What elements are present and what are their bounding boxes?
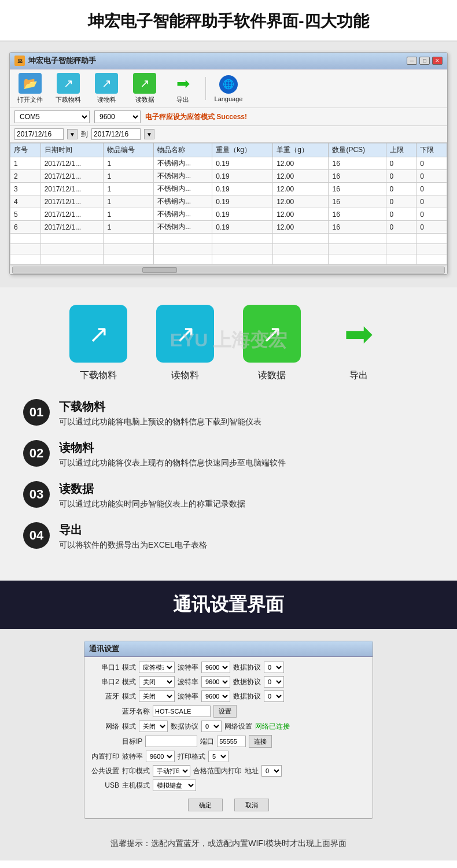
table-cell: 16 [329,221,386,234]
desc-item-4: 04 导出 可以将软件的数据导出为EXCEL电子表格 [23,522,434,551]
serial2-protocol-select[interactable]: 0 [264,676,284,688]
desc-num-2: 02 [23,440,50,467]
open-file-button[interactable]: 📂 打开文件 [14,73,46,104]
open-file-label: 打开文件 [17,95,43,104]
serial2-baud-select[interactable]: 9600 [201,676,230,688]
ok-button[interactable]: 确定 [188,799,223,811]
language-label: Language [215,95,243,102]
port-input[interactable] [217,736,246,747]
address-select[interactable]: 0 [261,765,282,777]
bluetooth-protocol-select[interactable]: 0 [264,690,284,702]
address-label: 地址 [245,766,259,776]
serial2-mode-select[interactable]: 关闭 [139,676,175,688]
table-row: 62017/12/1...1不锈钢内...0.1912.001600 [10,221,447,234]
table-cell-empty [212,254,273,265]
close-button[interactable]: ✕ [432,57,443,65]
feature-read-material-label: 读物料 [171,370,199,382]
table-cell: 12.00 [273,183,329,195]
bluetooth-row: 蓝牙 模式 关闭 波特率 9600 数据协议 0 [90,690,367,702]
serial1-label: 串口1 [90,663,119,673]
status-text: 电子秤应设为应答模式 Success! [145,112,247,122]
builtin-print-row: 内置打印 波特率 9600 打印格式 5 [90,751,367,762]
table-cell: 0.19 [212,208,273,221]
network-mode-select[interactable]: 关闭 [139,721,168,732]
table-cell: 0 [386,170,417,183]
minimize-button[interactable]: ─ [407,57,417,65]
date-to-input[interactable] [91,128,141,140]
table-cell-empty [386,244,417,254]
bluetooth-baud-select[interactable]: 9600 [201,690,230,702]
export-icon: ➡ [171,73,194,94]
desc-title-2: 读物料 [59,440,434,456]
col-item-name: 物品名称 [154,143,212,157]
section-title: 通讯设置界面 [6,592,451,618]
target-ip-input[interactable] [145,736,197,747]
serial1-protocol-select[interactable]: 0 [264,662,284,673]
serial2-label: 串口2 [90,677,119,687]
download-material-icon: ↗ [57,73,80,94]
feature-read-material-icon-box: ↗ [156,305,214,363]
maximize-button[interactable]: □ [419,57,430,65]
feature-download-label: 下载物料 [80,370,117,382]
network-mode-label: 模式 [122,722,136,732]
bluetooth-mode-label: 模式 [122,692,136,701]
bluetooth-mode-select[interactable]: 关闭 [139,690,175,702]
print-mode-select[interactable]: 手动打印 [153,765,190,777]
language-button[interactable]: 🌐 Language [213,75,244,102]
desc-text-2: 可以通过此功能将仪表上现有的物料信息快速同步至电脑端软件 [59,458,434,468]
read-material-button[interactable]: ↗ 读物料 [91,73,122,104]
bluetooth-name-input[interactable] [153,706,211,717]
builtin-format-select[interactable]: 5 [208,751,228,762]
network-protocol-select[interactable]: 0 [201,721,222,732]
read-data-button[interactable]: ↗ 读数据 [129,73,160,104]
table-row-empty [10,234,447,244]
section-title-bar: 通讯设置界面 [0,581,457,629]
date-from-picker[interactable]: ▼ [67,129,78,139]
usb-mode-select[interactable]: 模拟键盘 [153,780,196,791]
app-titlebar-left: ⚖ 坤宏电子智能秤助手 [14,56,96,66]
date-to-picker[interactable]: ▼ [144,129,154,139]
date-from-input[interactable] [14,128,64,140]
col-upper: 上限 [386,143,417,157]
table-cell: 0 [417,208,447,221]
table-cell-empty [40,234,104,244]
table-cell-empty [417,234,447,244]
network-protocol-label: 数据协议 [171,722,198,732]
desc-item-2: 02 读物料 可以通过此功能将仪表上现有的物料信息快速同步至电脑端软件 [23,440,434,468]
bluetooth-name-set-button[interactable]: 设置 [213,705,237,718]
serial1-baud-select[interactable]: 9600 [201,662,230,673]
com-port-select[interactable]: COM5 [14,110,90,123]
table-row: 42017/12/1...1不锈钢内...0.1912.001600 [10,195,447,208]
app-titlebar-right: ─ □ ✕ [407,57,443,65]
horizontal-scrollbar[interactable] [10,265,447,274]
table-cell: 1 [104,157,154,170]
table-cell: 0.19 [212,170,273,183]
table-cell-empty [273,234,329,244]
table-cell-empty [417,244,447,254]
builtin-print-label: 内置打印 [90,752,119,762]
cancel-button[interactable]: 取消 [234,799,269,811]
serial1-mode-select[interactable]: 应答模式 [139,662,175,673]
usb-row: USB 主机模式 模拟键盘 [90,780,367,791]
language-icon: 🌐 [219,75,238,94]
builtin-baud-select[interactable]: 9600 [146,751,175,762]
table-row: 32017/12/1...1不锈钢内...0.1912.001600 [10,183,447,195]
desc-content-2: 读物料 可以通过此功能将仪表上现有的物料信息快速同步至电脑端软件 [59,440,434,468]
comm-titlebar: 通讯设置 [84,641,373,657]
target-ip-label: 目标IP [122,737,142,747]
app-title: 坤宏电子智能秤助手 [28,56,96,66]
table-cell: 1 [10,157,41,170]
table-cell: 0 [386,221,417,234]
desc-item-3: 03 读数据 可以通过此功能实时同步智能仪表上的称重记录数据 [23,481,434,509]
col-datetime: 日期时间 [40,143,104,157]
export-button[interactable]: ➡ 导出 [167,73,198,104]
table-cell: 1 [104,221,154,234]
desc-text-4: 可以将软件的数据导出为EXCEL电子表格 [59,540,434,551]
download-material-button[interactable]: ↗ 下载物料 [53,73,84,104]
feature-download-icon-box: ↗ [69,305,127,363]
table-cell-empty [417,254,447,265]
connect-button[interactable]: 连接 [249,735,272,748]
baud-rate-select[interactable]: 9600 [94,110,141,123]
table-row: 52017/12/1...1不锈钢内...0.1912.001600 [10,208,447,221]
table-cell: 12.00 [273,208,329,221]
